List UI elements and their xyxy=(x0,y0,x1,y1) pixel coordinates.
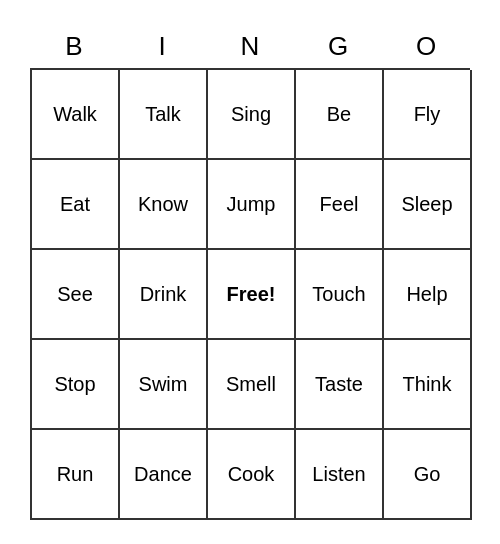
grid-cell-1-0[interactable]: Eat xyxy=(32,160,120,250)
grid-cell-4-3[interactable]: Listen xyxy=(296,430,384,520)
grid-cell-0-3[interactable]: Be xyxy=(296,70,384,160)
grid-cell-0-4[interactable]: Fly xyxy=(384,70,472,160)
grid-cell-3-4[interactable]: Think xyxy=(384,340,472,430)
grid-cell-4-1[interactable]: Dance xyxy=(120,430,208,520)
grid-cell-2-3[interactable]: Touch xyxy=(296,250,384,340)
grid-cell-3-1[interactable]: Swim xyxy=(120,340,208,430)
bingo-grid: WalkTalkSingBeFlyEatKnowJumpFeelSleepSee… xyxy=(30,68,470,520)
grid-cell-2-4[interactable]: Help xyxy=(384,250,472,340)
header-letter: O xyxy=(382,24,470,68)
grid-cell-2-0[interactable]: See xyxy=(32,250,120,340)
grid-cell-1-3[interactable]: Feel xyxy=(296,160,384,250)
header-letter: I xyxy=(118,24,206,68)
bingo-header: BINGO xyxy=(30,24,470,68)
grid-cell-1-2[interactable]: Jump xyxy=(208,160,296,250)
grid-cell-3-2[interactable]: Smell xyxy=(208,340,296,430)
grid-cell-3-3[interactable]: Taste xyxy=(296,340,384,430)
bingo-card: BINGO WalkTalkSingBeFlyEatKnowJumpFeelSl… xyxy=(30,24,470,520)
grid-cell-2-2[interactable]: Free! xyxy=(208,250,296,340)
grid-cell-4-0[interactable]: Run xyxy=(32,430,120,520)
header-letter: G xyxy=(294,24,382,68)
grid-cell-0-0[interactable]: Walk xyxy=(32,70,120,160)
header-letter: B xyxy=(30,24,118,68)
grid-cell-2-1[interactable]: Drink xyxy=(120,250,208,340)
grid-cell-4-2[interactable]: Cook xyxy=(208,430,296,520)
grid-cell-0-1[interactable]: Talk xyxy=(120,70,208,160)
grid-cell-0-2[interactable]: Sing xyxy=(208,70,296,160)
grid-cell-1-1[interactable]: Know xyxy=(120,160,208,250)
grid-cell-4-4[interactable]: Go xyxy=(384,430,472,520)
grid-cell-3-0[interactable]: Stop xyxy=(32,340,120,430)
header-letter: N xyxy=(206,24,294,68)
grid-cell-1-4[interactable]: Sleep xyxy=(384,160,472,250)
